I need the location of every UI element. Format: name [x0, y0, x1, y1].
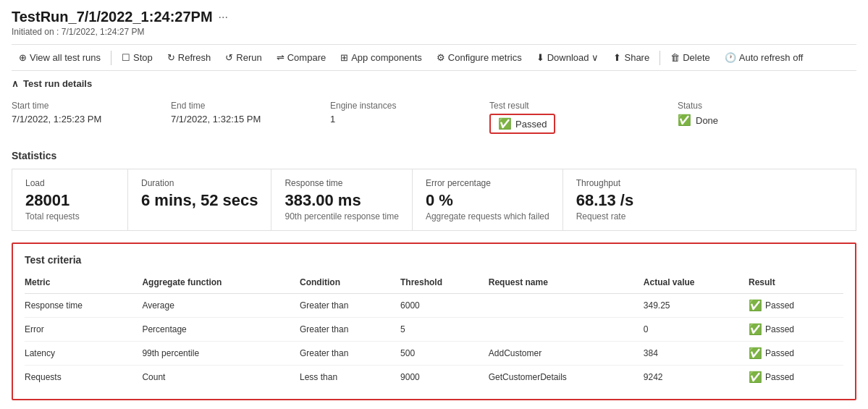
section-title: Test run details [23, 78, 92, 89]
engine-instances-value: 1 [330, 114, 481, 125]
app-components-button[interactable]: ⊞ App components [333, 49, 429, 66]
criteria-col-header-1: Aggregate function [142, 274, 300, 294]
rerun-button[interactable]: ↺ Rerun [218, 49, 269, 66]
statistics-section: Statistics Load 28001 Total requests Dur… [12, 150, 856, 231]
criteria-cell-0-4 [489, 294, 644, 318]
section-header[interactable]: ∧ Test run details [12, 78, 856, 89]
criteria-table-row: Response timeAverageGreater than6000349.… [25, 294, 843, 318]
criteria-table-row: Latency99th percentileGreater than500Add… [25, 342, 843, 366]
criteria-col-header-3: Threshold [400, 274, 489, 294]
criteria-cell-1-5: 0 [644, 318, 749, 342]
detail-end-time: End time 7/1/2022, 1:32:15 PM [171, 96, 330, 138]
criteria-cell-0-2: Greater than [300, 294, 400, 318]
criteria-cell-1-0: Error [25, 318, 142, 342]
delete-label: Delete [683, 52, 710, 63]
stop-label: Stop [133, 52, 153, 63]
more-options-icon[interactable]: ··· [219, 11, 228, 24]
passed-badge: ✅ Passed [749, 323, 794, 336]
delete-button[interactable]: 🗑 Delete [663, 49, 717, 66]
detail-start-time: Start time 7/1/2022, 1:25:23 PM [12, 96, 171, 138]
stat-card-3: Error percentage 0 % Aggregate requests … [413, 169, 563, 230]
download-label: Download [547, 52, 589, 63]
test-run-details-section: ∧ Test run details Start time 7/1/2022, … [12, 78, 856, 138]
download-button[interactable]: ⬇ Download ∨ [529, 49, 607, 66]
stop-icon: ☐ [122, 52, 130, 63]
status-check-icon: ✅ [678, 114, 691, 127]
passed-icon: ✅ [749, 371, 762, 384]
statistics-label: Statistics [12, 150, 856, 161]
stop-button[interactable]: ☐ Stop [114, 49, 160, 66]
stat-label-0: Load [25, 178, 114, 188]
stat-label-2: Response time [285, 178, 398, 188]
status-label: Status [678, 101, 814, 111]
refresh-button[interactable]: ↻ Refresh [160, 49, 219, 66]
criteria-cell-3-2: Less than [300, 366, 400, 389]
criteria-col-header-0: Metric [25, 274, 142, 294]
stat-card-4: Throughput 68.13 /s Request rate [563, 169, 679, 230]
status-value: ✅ Done [678, 114, 814, 127]
clock-icon: 🕐 [725, 52, 736, 63]
stat-sub-4: Request rate [576, 211, 666, 222]
compare-label: Compare [287, 52, 326, 63]
download-icon: ⬇ [536, 52, 544, 63]
criteria-cell-2-0: Latency [25, 342, 142, 366]
stat-value-4: 68.13 /s [576, 191, 666, 210]
toolbar: ⊕ View all test runs ☐ Stop ↻ Refresh ↺ … [12, 44, 856, 71]
test-result-box: ✅ Passed [489, 114, 555, 134]
app-components-icon: ⊞ [340, 52, 348, 63]
criteria-result-3: ✅ Passed [749, 366, 843, 389]
test-criteria-section: Test criteria MetricAggregate functionCo… [12, 243, 856, 400]
view-all-button[interactable]: ⊕ View all test runs [12, 49, 108, 66]
criteria-col-header-2: Condition [300, 274, 400, 294]
test-result-label: Test result [489, 101, 669, 111]
configure-metrics-button[interactable]: ⚙ Configure metrics [429, 49, 529, 66]
view-all-label: View all test runs [30, 52, 101, 63]
page-subtitle: Initiated on : 7/1/2022, 1:24:27 PM [12, 27, 856, 37]
test-result-text: Passed [515, 119, 547, 130]
criteria-result-0: ✅ Passed [749, 294, 843, 318]
criteria-table-row: ErrorPercentageGreater than50✅ Passed [25, 318, 843, 342]
passed-check-icon: ✅ [498, 117, 512, 130]
collapse-icon: ∧ [12, 78, 19, 89]
criteria-cell-0-5: 349.25 [644, 294, 749, 318]
toolbar-separator-2 [660, 51, 660, 65]
rerun-icon: ↺ [225, 52, 233, 63]
criteria-cell-0-1: Average [142, 294, 300, 318]
delete-icon: 🗑 [670, 52, 680, 63]
test-result-value: ✅ Passed [489, 114, 669, 134]
main-page: TestRun_7/1/2022_1:24:27PM ··· Initiated… [0, 0, 868, 409]
criteria-table-row: RequestsCountLess than9000GetCustomerDet… [25, 366, 843, 389]
auto-refresh-button[interactable]: 🕐 Auto refresh off [717, 49, 811, 66]
refresh-icon: ↻ [167, 52, 175, 63]
stat-sub-3: Aggregate requests which failed [426, 211, 549, 222]
refresh-label: Refresh [178, 52, 211, 63]
detail-test-result: Test result ✅ Passed [489, 96, 678, 138]
download-chevron-icon: ∨ [591, 52, 599, 63]
share-label: Share [624, 52, 649, 63]
stat-value-2: 383.00 ms [285, 191, 398, 210]
configure-icon: ⚙ [437, 52, 445, 63]
criteria-col-header-4: Request name [489, 274, 644, 294]
stat-value-3: 0 % [426, 191, 549, 210]
stat-label-3: Error percentage [426, 178, 549, 188]
stats-cards: Load 28001 Total requests Duration 6 min… [12, 169, 856, 231]
compare-icon: ⇌ [277, 52, 285, 63]
stat-sub-0: Total requests [25, 211, 114, 222]
criteria-cell-1-4 [489, 318, 644, 342]
stat-card-1: Duration 6 mins, 52 secs [128, 169, 271, 230]
passed-icon: ✅ [749, 299, 762, 312]
criteria-cell-0-3: 6000 [400, 294, 489, 318]
stat-card-2: Response time 383.00 ms 90th percentile … [271, 169, 412, 230]
compare-button[interactable]: ⇌ Compare [269, 49, 333, 66]
engine-instances-label: Engine instances [330, 101, 481, 111]
share-button[interactable]: ⬆ Share [606, 49, 657, 66]
eye-icon: ⊕ [19, 52, 27, 63]
criteria-cell-2-4: AddCustomer [489, 342, 644, 366]
passed-icon: ✅ [749, 323, 762, 336]
toolbar-separator-1 [111, 51, 111, 65]
details-grid: Start time 7/1/2022, 1:25:23 PM End time… [12, 96, 856, 138]
criteria-cell-2-1: 99th percentile [142, 342, 300, 366]
criteria-col-header-5: Actual value [644, 274, 749, 294]
status-text: Done [696, 115, 718, 126]
criteria-cell-1-1: Percentage [142, 318, 300, 342]
